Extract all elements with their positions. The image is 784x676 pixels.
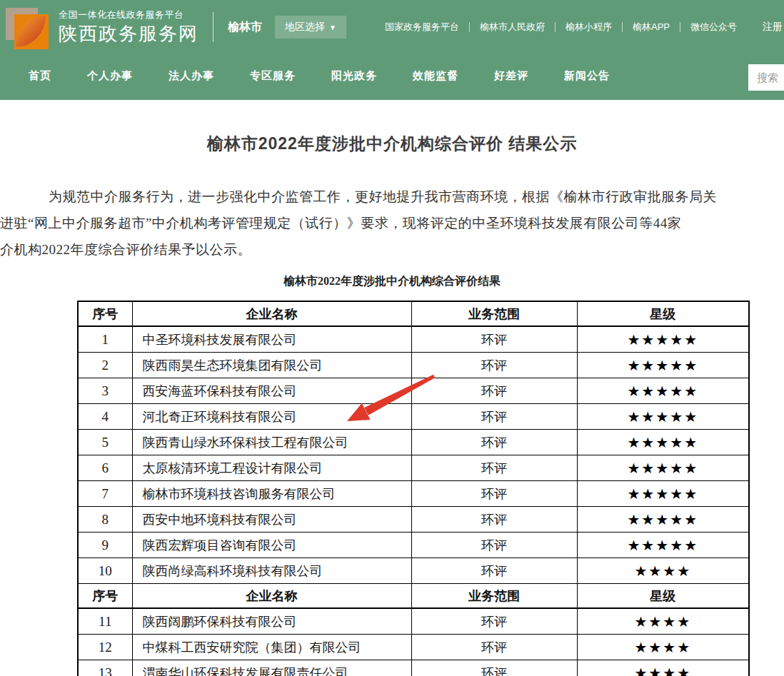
table-cell-index: 7 [78,481,132,507]
table-cell-index: 9 [78,533,132,558]
table-cell-index: 2 [78,353,132,378]
page: 全国一体化在线政务服务平台 陕西政务服务网 榆林市 地区选择▼ 国家政务服务平台… [0,0,784,676]
table-cell-scope: 环评 [411,481,577,507]
header-top-links: 国家政务服务平台榆林市人民政府榆林小程序榆林APP微信公众号 [375,22,747,32]
table-cell-stars: ★★★★ [577,608,749,635]
table-cell-stars: ★★★★★ [577,326,749,353]
table-row: 8西安中地环境科技有限公司环评★★★★★ [78,507,749,533]
region-selector-button[interactable]: 地区选择▼ [275,16,346,39]
table-caption: 榆林市2022年度涉批中介机构综合评价结果 [0,274,784,289]
table-header-cell: 星级 [577,584,749,609]
table-row: 12中煤科工西安研究院（集团）有限公司环评★★★★ [78,635,749,660]
table-cell-index: 3 [78,378,132,404]
nav-item[interactable]: 首页 [29,69,51,83]
table-row: 4河北奇正环境科技有限公司环评★★★★★ [78,404,749,430]
table-cell-scope: 环评 [411,533,577,558]
nav-item[interactable]: 效能监督 [413,69,458,83]
table-cell-stars: ★★★★★ [577,533,749,558]
table-cell-stars: ★★★★ [577,635,749,660]
current-city-label: 榆林市 [228,20,262,35]
table-cell-company: 榆林市环境科技咨询服务有限公司 [132,481,411,507]
table-cell-index: 10 [78,558,132,584]
page-title: 榆林市2022年度涉批中介机构综合评价 结果公示 [0,133,784,155]
table-row: 13渭南华山环保科技发展有限责任公司环评★★★★ [78,660,749,676]
table-header-row: 序号企业名称业务范围星级 [78,301,749,326]
table-cell-stars: ★★★★★ [577,378,749,404]
region-selector-label: 地区选择 [285,21,325,32]
table-cell-scope: 环评 [411,378,577,404]
search-placeholder: 搜索 [757,71,778,84]
table-header-cell: 企业名称 [132,584,411,609]
table-cell-scope: 环评 [411,326,577,353]
table-cell-company: 中煤科工西安研究院（集团）有限公司 [132,635,411,660]
paragraph-line: 为规范中介服务行为，进一步强化中介监管工作，更好地提升我市营商环境，根据《榆林市… [0,183,784,210]
table-cell-scope: 环评 [411,404,577,430]
table-cell-company: 陕西雨昊生态环境集团有限公司 [132,353,411,378]
table-row: 1中圣环境科技发展有限公司环评★★★★★ [78,326,749,353]
table-cell-company: 陕西青山绿水环保科技工程有限公司 [132,430,411,455]
evaluation-table: 序号企业名称业务范围星级1中圣环境科技发展有限公司环评★★★★★2陕西雨昊生态环… [77,301,750,676]
header-top-link[interactable]: 微信公众号 [680,22,747,32]
table-row: 10陕西尚绿高科环境科技有限公司环评★★★★ [78,558,749,584]
table-cell-company: 陕西宏辉项目咨询有限公司 [132,533,411,558]
main-nav: 首页个人办事法人办事专区服务阳光政务效能监督好差评新闻公告 [0,54,784,97]
table-header-cell: 星级 [577,301,749,326]
table-cell-company: 渭南华山环保科技发展有限责任公司 [132,660,411,676]
table-row: 6太原核清环境工程设计有限公司环评★★★★★ [78,455,749,481]
search-input[interactable]: 搜索 [748,64,784,91]
table-cell-stars: ★★★★★ [577,481,749,507]
table-cell-company: 太原核清环境工程设计有限公司 [132,455,411,481]
table-cell-scope: 环评 [411,608,577,635]
nav-item[interactable]: 法人办事 [169,69,214,83]
table-cell-scope: 环评 [411,660,577,676]
table-cell-scope: 环评 [411,455,577,481]
table-header-cell: 序号 [78,301,132,326]
table-cell-stars: ★★★★★ [577,430,749,455]
table-cell-stars: ★★★★★ [577,455,749,481]
table-cell-index: 1 [78,326,132,353]
table-header-cell: 序号 [78,584,132,609]
table-cell-scope: 环评 [411,507,577,533]
header-divider [213,12,213,42]
table-cell-scope: 环评 [411,635,577,660]
table-cell-stars: ★★★★ [577,660,749,676]
table-cell-index: 11 [78,608,132,635]
header-top-link[interactable]: 国家政务服务平台 [375,22,470,32]
table-cell-index: 13 [78,660,132,676]
platform-tagline: 全国一体化在线政务服务平台 [59,9,198,21]
table-row: 3西安海蓝环保科技有限公司环评★★★★★ [78,378,749,404]
table-cell-stars: ★★★★★ [577,404,749,430]
nav-item[interactable]: 专区服务 [250,69,296,83]
table-cell-company: 西安中地环境科技有限公司 [132,507,411,533]
table-cell-company: 西安海蓝环保科技有限公司 [132,378,411,404]
table-cell-stars: ★★★★ [577,558,749,584]
nav-item[interactable]: 个人办事 [87,69,133,83]
site-header: 全国一体化在线政务服务平台 陕西政务服务网 榆林市 地区选择▼ 国家政务服务平台… [0,0,784,100]
table-row: 7榆林市环境科技咨询服务有限公司环评★★★★★ [78,481,749,507]
article: 榆林市2022年度涉批中介机构综合评价 结果公示 为规范中介服务行为，进一步强化… [0,133,784,676]
table-cell-company: 河北奇正环境科技有限公司 [132,404,411,430]
table-cell-stars: ★★★★★ [577,353,749,378]
nav-item[interactable]: 新闻公告 [564,69,610,83]
table-cell-scope: 环评 [411,353,577,378]
table-cell-index: 12 [78,635,132,660]
table-header-row: 序号企业名称业务范围星级 [78,584,749,609]
nav-item[interactable]: 好差评 [494,69,528,83]
table-cell-index: 5 [78,430,132,455]
table-cell-scope: 环评 [411,558,577,584]
site-logo[interactable] [6,5,49,49]
site-name: 陕西政务服务网 [59,23,198,45]
announcement-paragraph: 为规范中介服务行为，进一步强化中介监管工作，更好地提升我市营商环境，根据《榆林市… [0,183,784,263]
header-top-link[interactable]: 榆林APP [623,22,680,32]
header-top-link[interactable]: 榆林市人民政府 [470,22,556,32]
header-top-link[interactable]: 榆林小程序 [556,22,623,32]
table-header-cell: 业务范围 [411,301,577,326]
nav-item[interactable]: 阳光政务 [331,69,377,83]
table-cell-company: 陕西阔鹏环保科技有限公司 [132,608,411,635]
paragraph-line: 进驻“网上中介服务超市”中介机构考评管理规定（试行）》要求，现将评定的中圣环境科… [0,210,784,236]
table-row: 11陕西阔鹏环保科技有限公司环评★★★★ [78,608,749,635]
table-cell-company: 中圣环境科技发展有限公司 [132,326,411,353]
paragraph-line: 介机构2022年度综合评价结果予以公示。 [0,236,784,263]
site-titles: 全国一体化在线政务服务平台 陕西政务服务网 [59,9,198,45]
register-link[interactable]: 注册 [763,21,784,34]
